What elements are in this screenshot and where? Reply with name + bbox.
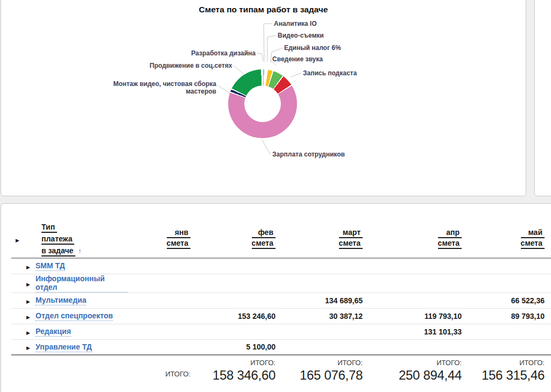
chart-card: Смета по типам работ в задаче Аналитика … (1, 0, 526, 196)
column-header-payment-type[interactable]: Тип платежа в задаче↑ (41, 222, 81, 255)
expand-row-icon[interactable]: ▶ (26, 330, 30, 336)
totals-label-apr: ИТОГО: (363, 359, 462, 367)
totals-label-mar: ИТОГО: (276, 359, 363, 367)
totals-row: ИТОГО: ИТОГО: 158 346,60 ИТОГО: 165 076,… (11, 355, 551, 392)
budget-table: ▶ Тип платежа в задаче↑ янв смета (11, 221, 551, 392)
table-row: ▶ Управление ТД 5 100,00 (11, 339, 551, 355)
column-header-mar[interactable]: март смета (276, 221, 363, 258)
totals-value-may: 156 315,46 (462, 367, 545, 383)
expand-row-icon[interactable]: ▶ (26, 299, 30, 304)
pie-label-prodvizhenie: Продвижение в соц.сетях (150, 62, 232, 69)
sort-asc-icon: ↑ (78, 247, 81, 255)
pie-label-montazh-video: Монтаж видео, чистовая сборка мастеров (110, 80, 216, 95)
adjacent-card (534, 0, 551, 196)
totals-label-jan: ИТОГО: (128, 370, 190, 379)
pie-label-analitika-io: Аналитика IO (274, 20, 317, 27)
table-row: ▶ Мультимедиа 134 689,65 66 522,36 (11, 293, 551, 308)
table-row: ▶ Редакция 131 101,33 (11, 324, 551, 339)
row-link-smm-td[interactable]: SMM ТД (36, 261, 65, 271)
pie-label-svedenie-zvuka: Сведение звука (272, 55, 323, 63)
expand-all-icon[interactable]: ▶ (16, 238, 19, 243)
pie-label-zarplata: Зарплата сотрудников (272, 151, 345, 158)
column-header-feb[interactable]: фев смета (190, 221, 276, 258)
pie-label-zapis-podkasta: Запись подкаста (303, 69, 357, 77)
chart-title: Смета по типам работ в задаче (1, 5, 526, 15)
pie-label-video-semki: Видео-съемки (278, 32, 324, 39)
column-header-apr[interactable]: апр смета (363, 221, 462, 258)
expand-row-icon[interactable]: ▶ (26, 315, 30, 320)
totals-value-feb: 158 346,60 (190, 367, 276, 383)
donut-chart[interactable] (228, 69, 297, 138)
pie-label-razrabotka-dizajna: Разработка дизайна (187, 49, 256, 57)
pie-label-edinyj-nalog: Единый налог 6% (284, 44, 341, 52)
expand-row-icon[interactable]: ▶ (26, 345, 30, 351)
row-link-otdel-specproektov[interactable]: Отдел спецпроектов (36, 311, 113, 321)
totals-label-may: ИТОГО: (462, 359, 545, 367)
row-link-upravlenie-td[interactable]: Управление ТД (36, 343, 92, 352)
row-link-informacionnyj-otdel[interactable]: Информационный отдел (36, 274, 128, 293)
column-header-jan[interactable]: янв смета (128, 221, 190, 258)
column-header-may[interactable]: май смета (462, 221, 545, 258)
expand-row-icon[interactable]: ▶ (26, 282, 30, 287)
row-link-multimedia[interactable]: Мультимедиа (36, 296, 86, 305)
expand-row-icon[interactable]: ▶ (26, 265, 30, 270)
totals-value-apr: 250 894,44 (363, 367, 462, 383)
budget-table-card: ▶ Тип платежа в задаче↑ янв смета (1, 203, 551, 392)
row-link-redakciya[interactable]: Редакция (36, 327, 71, 337)
table-row: ▶ Отдел спецпроектов 153 246,60 30 387,1… (11, 308, 551, 324)
table-row: ▶ SMM ТД (11, 258, 551, 274)
totals-value-mar: 165 076,78 (276, 367, 363, 383)
table-row: ▶ Информационный отдел (11, 274, 551, 293)
donut-hole (244, 85, 281, 122)
table-header-row: ▶ Тип платежа в задаче↑ янв смета (11, 221, 551, 258)
totals-label-feb: ИТОГО: (190, 359, 276, 367)
